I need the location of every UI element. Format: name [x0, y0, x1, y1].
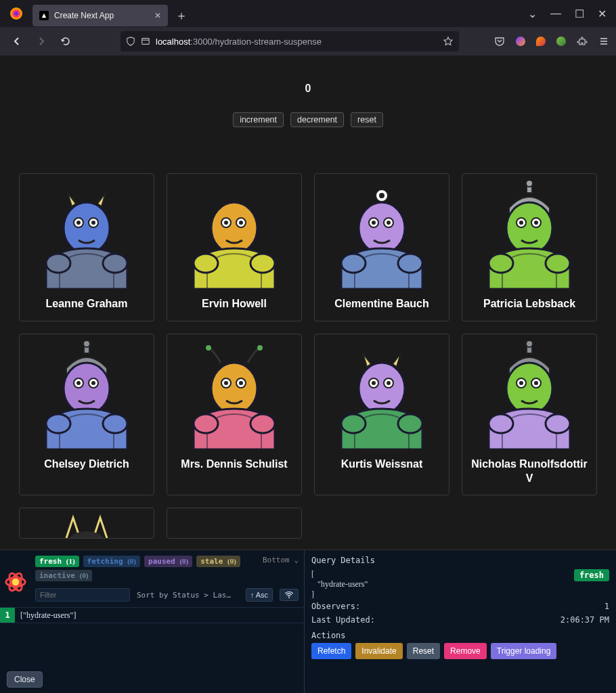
user-card: Ervin Howell — [167, 173, 302, 321]
user-name: Clementine Bauch — [315, 289, 449, 311]
invalidate-button[interactable]: Invalidate — [355, 643, 402, 659]
maximize-icon[interactable]: ☐ — [575, 7, 584, 20]
increment-button[interactable]: increment — [233, 112, 284, 127]
user-name: Kurtis Weissnat — [315, 449, 449, 472]
forward-button[interactable] — [31, 31, 51, 51]
svg-point-32 — [398, 254, 422, 273]
extension-2-icon[interactable] — [536, 37, 546, 46]
page-content: 0 increment decrement reset Leanne Graha… — [0, 55, 616, 693]
svg-point-51 — [206, 345, 211, 351]
svg-point-40 — [489, 254, 513, 273]
decrement-button[interactable]: decrement — [290, 112, 344, 127]
avatar — [462, 174, 596, 289]
extension-1-icon[interactable] — [516, 37, 525, 46]
user-card: Patricia Lebsback — [462, 173, 597, 321]
refetch-button[interactable]: Refetch — [311, 643, 351, 659]
user-name: Ervin Howell — [167, 289, 301, 311]
svg-point-46 — [76, 381, 81, 385]
bookmark-star-icon[interactable] — [443, 36, 454, 47]
browser-tab[interactable]: Create Next App ✕ — [32, 5, 168, 26]
offline-toggle-button[interactable] — [280, 589, 299, 601]
avatar — [167, 174, 301, 289]
avatar — [20, 174, 154, 289]
svg-point-65 — [341, 414, 366, 433]
remove-button[interactable]: Remove — [444, 643, 487, 659]
badge-fetching[interactable]: fetching (0) — [83, 556, 140, 567]
svg-point-62 — [372, 381, 376, 385]
badge-paused[interactable]: paused (0) — [144, 556, 192, 567]
svg-point-34 — [526, 181, 533, 187]
extension-3-icon[interactable] — [556, 37, 566, 46]
svg-point-24 — [379, 193, 384, 198]
chevron-down-icon: ⌄ — [294, 556, 299, 564]
query-list-item[interactable]: 1 ["hydrate-users"] — [0, 607, 304, 623]
user-card-partial — [19, 508, 154, 539]
trigger-loading-button[interactable]: Trigger loading — [491, 643, 557, 659]
svg-point-13 — [91, 221, 95, 225]
counter-value: 0 — [0, 83, 616, 95]
svg-point-15 — [103, 254, 127, 273]
action-reset-button[interactable]: Reset — [407, 643, 440, 659]
svg-point-39 — [534, 221, 538, 225]
filter-input[interactable] — [35, 588, 130, 602]
user-card: Clementine Bauch — [314, 173, 449, 321]
reset-button[interactable]: reset — [351, 112, 383, 127]
badge-inactive[interactable]: inactive (0) — [35, 570, 92, 581]
svg-point-69 — [506, 363, 552, 414]
badge-fresh[interactable]: fresh (1) — [35, 556, 79, 567]
minimize-icon[interactable]: — — [550, 7, 561, 20]
user-name: Mrs. Dennis Schulist — [167, 449, 301, 472]
svg-point-64 — [387, 381, 391, 385]
url-text: localhost:3000/hydration-stream-suspense — [156, 37, 322, 47]
svg-point-57 — [239, 381, 243, 385]
badge-stale[interactable]: stale (0) — [196, 556, 240, 567]
svg-rect-4 — [142, 39, 150, 45]
svg-point-28 — [372, 221, 376, 225]
svg-point-26 — [359, 202, 405, 254]
react-query-devtools: fresh (1) fetching (0) paused (0) stale … — [0, 550, 616, 693]
svg-point-11 — [76, 221, 81, 225]
app-menu-icon[interactable] — [598, 36, 609, 47]
svg-point-73 — [534, 381, 538, 385]
query-details-title: Query Details — [311, 556, 609, 565]
url-bar[interactable]: localhost:3000/hydration-stream-suspense — [120, 31, 459, 51]
svg-point-18 — [224, 221, 228, 225]
devtools-close-button[interactable]: Close — [7, 671, 43, 688]
svg-point-20 — [239, 221, 243, 225]
svg-point-53 — [211, 363, 257, 414]
page-info-icon — [141, 37, 150, 46]
svg-point-66 — [398, 414, 422, 433]
svg-point-21 — [194, 254, 218, 273]
svg-point-2 — [14, 12, 18, 16]
svg-point-31 — [341, 254, 366, 273]
position-select[interactable]: Bottom ⌄ — [263, 556, 299, 564]
svg-point-68 — [526, 341, 533, 347]
svg-point-22 — [250, 254, 275, 273]
avatar — [167, 334, 301, 449]
browser-toolbar: localhost:3000/hydration-stream-suspense — [0, 27, 616, 55]
user-card: Mrs. Dennis Schulist — [167, 334, 302, 496]
user-name: Nicholas Runolfsdottir V — [462, 449, 596, 486]
user-card: Leanne Graham — [19, 173, 154, 321]
avatar — [462, 334, 596, 449]
sort-direction-button[interactable]: ↑ Asc — [246, 588, 273, 602]
query-observer-count: 1 — [0, 608, 15, 623]
last-updated-value: 2:06:37 PM — [560, 615, 609, 625]
svg-point-35 — [506, 202, 552, 254]
back-button[interactable] — [7, 31, 27, 51]
sort-select[interactable]: Sort by Status > Last Up — [137, 591, 232, 600]
close-window-icon[interactable]: ✕ — [598, 7, 607, 20]
tab-dropdown-icon[interactable]: ⌄ — [528, 7, 537, 20]
svg-point-71 — [519, 381, 523, 385]
shield-icon — [126, 37, 135, 46]
reload-button[interactable] — [56, 31, 76, 51]
extensions-icon[interactable] — [577, 36, 588, 47]
svg-point-48 — [91, 381, 95, 385]
tab-close-icon[interactable]: ✕ — [154, 11, 161, 20]
user-name: Patricia Lebsback — [462, 289, 596, 311]
new-tab-button[interactable]: ＋ — [172, 6, 191, 25]
user-name: Leanne Graham — [20, 289, 154, 311]
pocket-icon[interactable] — [494, 36, 505, 47]
window-controls: ⌄ — ☐ ✕ — [528, 7, 616, 20]
svg-point-16 — [211, 202, 257, 254]
